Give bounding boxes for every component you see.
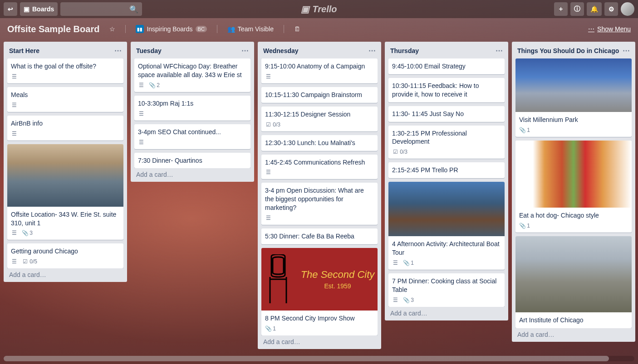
card-title: Eat a hot dog- Chicago style	[519, 211, 628, 220]
card[interactable]: Offsite Location- 343 W. Erie St. suite …	[7, 144, 123, 240]
add-card-button[interactable]: Add a card…	[515, 328, 632, 338]
card[interactable]: Visit Millennium Park📎 1	[515, 58, 632, 137]
card[interactable]: 3-4 pm Open Discussion: What are the big…	[261, 183, 378, 225]
card[interactable]: 10:30-11:15 Feedback: How to provide it,…	[388, 78, 505, 102]
attachment-icon: 📎	[519, 223, 525, 229]
card[interactable]: Meals☰	[7, 87, 123, 112]
card-cover	[388, 182, 505, 236]
list-menu-button[interactable]: ⋯	[114, 46, 122, 55]
card-badges: ☰📎 2	[138, 82, 247, 88]
list-menu-button[interactable]: ⋯	[241, 46, 249, 55]
add-card-button[interactable]: Add a card…	[7, 268, 123, 278]
create-button[interactable]: ＋	[554, 2, 568, 16]
card-badges: ☰📎 3	[11, 230, 120, 236]
show-menu-button[interactable]: ⋯Show Menu	[588, 25, 631, 33]
card[interactable]: What is the goal of the offsite?☰	[7, 58, 123, 83]
board-title[interactable]: Offsite Sample Board	[7, 24, 99, 34]
team-name: Inspiring Boards	[147, 25, 192, 33]
board-header: Offsite Sample Board ☆ ▮▮ Inspiring Boar…	[0, 18, 638, 40]
card[interactable]: Eat a hot dog- Chicago style📎 1	[515, 141, 632, 233]
checklist-badge: ☑ 0/3	[392, 149, 407, 155]
list-name[interactable]: Thursday	[390, 47, 419, 54]
card-badges: ☰	[265, 73, 374, 80]
attachment-badge: 📎 3	[22, 230, 33, 236]
calendar-button[interactable]: 🗓	[290, 24, 304, 34]
card[interactable]: AirBnB info☰	[7, 116, 123, 141]
card[interactable]: The Second CityEst. 19598 PM Second City…	[261, 248, 378, 335]
card-title: 10:30-11:15 Feedback: How to provide it,…	[392, 82, 501, 99]
card-title: Art Institute of Chicago	[519, 316, 628, 325]
card[interactable]: Getting around Chicago☰☑ 0/5	[7, 243, 123, 268]
team-icon: ▮▮	[136, 25, 144, 33]
card[interactable]: 12:30-1:30 Lunch: Lou Malnati's	[261, 135, 378, 151]
add-card-button[interactable]: Add a card…	[261, 335, 378, 345]
add-card-button[interactable]: Add a card…	[388, 307, 505, 317]
team-link[interactable]: ▮▮ Inspiring Boards BC	[132, 23, 210, 35]
card-badges: ☑ 0/3	[392, 149, 501, 155]
star-button[interactable]: ☆	[106, 24, 119, 34]
horizontal-scrollbar[interactable]	[4, 356, 634, 361]
card-title: Optional WFChicago Day: Breather space a…	[138, 62, 247, 79]
notifications-button[interactable]: 🔔	[587, 2, 602, 16]
back-button[interactable]: ↩	[4, 2, 17, 16]
card-badges: ☰	[265, 215, 374, 221]
card-badges: ☰📎 3	[392, 297, 501, 303]
card[interactable]: 7 PM Dinner: Cooking class at Social Tab…	[388, 273, 505, 307]
search-icon: 🔍	[129, 5, 138, 14]
card[interactable]: 1:30-2:15 PM Professional Development☑ 0…	[388, 126, 505, 159]
card[interactable]: 9:15-10:00 Anatomy of a Campaign☰	[261, 58, 378, 83]
app-header: ↩ ▣ Boards 🔍 ▣ Trello ＋ ⓘ 🔔 ⚙	[0, 0, 638, 18]
card[interactable]: 11:30- 11:45 Just Say No	[388, 106, 505, 122]
list-name[interactable]: Tuesday	[136, 47, 162, 54]
info-button[interactable]: ⓘ	[570, 2, 584, 16]
card[interactable]: 10:15-11:30 Campaign Brainstorm	[261, 87, 378, 103]
card[interactable]: Art Institute of Chicago	[515, 236, 632, 328]
card[interactable]: 3-4pm SEO Chat continued...☰	[134, 124, 250, 149]
card[interactable]: 5:30 Dinner: Cafe Ba Ba Reeba	[261, 228, 378, 244]
card-title: 10-3:30pm Raj 1:1s	[138, 99, 247, 108]
description-icon: ☰	[265, 169, 271, 175]
card[interactable]: 10-3:30pm Raj 1:1s☰	[134, 96, 250, 121]
trello-icon: ▣	[301, 4, 309, 15]
gear-icon: ⚙	[609, 5, 614, 13]
card-badges: ☰	[138, 111, 247, 117]
card-badges: ☰☑ 0/5	[11, 258, 120, 265]
ellipsis-icon: ⋯	[588, 25, 594, 33]
list-name[interactable]: Start Here	[9, 47, 39, 54]
card[interactable]: Optional WFChicago Day: Breather space a…	[134, 58, 250, 92]
card-title: 7 PM Dinner: Cooking class at Social Tab…	[392, 277, 501, 294]
card[interactable]: 9:45-10:00 Email Strategy	[388, 58, 505, 74]
card-cover	[515, 58, 632, 112]
app-logo[interactable]: ▣ Trello	[301, 4, 337, 15]
card-title: AirBnB info	[11, 119, 120, 128]
add-card-button[interactable]: Add a card…	[134, 168, 250, 178]
list-menu-button[interactable]: ⋯	[368, 46, 376, 55]
list-menu-button[interactable]: ⋯	[496, 46, 503, 55]
checklist-badge: ☑ 0/5	[22, 258, 37, 265]
card[interactable]: 11:30-12:15 Designer Session☑ 0/3	[261, 107, 378, 131]
list-name[interactable]: Wednesday	[263, 47, 299, 54]
card-title: 2:15-2:45 PM Trello PR	[392, 166, 501, 175]
card-title: 11:30-12:15 Designer Session	[265, 110, 374, 119]
boards-icon: ▣	[24, 5, 29, 13]
visibility-label: Team Visible	[238, 25, 274, 33]
card[interactable]: 1:45-2:45 Communications Refresh☰	[261, 155, 378, 180]
card-list: 9:45-10:00 Email Strategy10:30-11:15 Fee…	[388, 58, 505, 307]
checklist-icon: ☑	[22, 258, 28, 265]
list-menu-button[interactable]: ⋯	[623, 46, 630, 55]
card[interactable]: 4 Afternoon Activity: Architectural Boat…	[388, 182, 505, 270]
board-canvas[interactable]: Start Here⋯What is the goal of the offsi…	[0, 40, 638, 364]
avatar[interactable]	[621, 2, 634, 16]
settings-button[interactable]: ⚙	[604, 2, 618, 16]
card[interactable]: 2:15-2:45 PM Trello PR	[388, 162, 505, 178]
attachment-icon: 📎	[403, 260, 409, 266]
card[interactable]: 7:30 Dinner- Quartinos	[134, 153, 250, 169]
visibility-button[interactable]: 👥 Team Visible	[224, 24, 277, 34]
card-title: 1:45-2:45 Communications Refresh	[265, 158, 374, 167]
search-input[interactable]: 🔍	[60, 2, 142, 16]
boards-button[interactable]: ▣ Boards	[20, 2, 58, 16]
card-title: 11:30- 11:45 Just Say No	[392, 110, 501, 118]
description-icon: ☰	[11, 131, 17, 137]
card-title: 3-4 pm Open Discussion: What are the big…	[265, 186, 374, 212]
list-name[interactable]: Things You Should Do in Chicago	[517, 47, 619, 54]
